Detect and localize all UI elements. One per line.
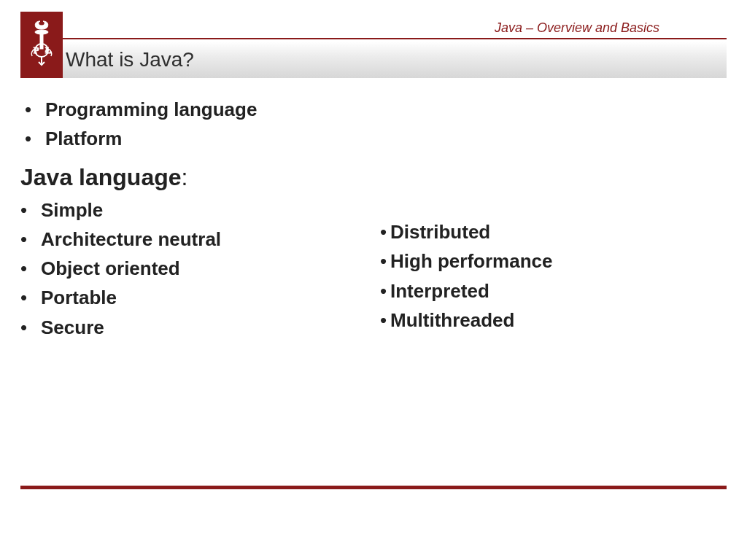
right-column: Distributed High performance Interpreted…	[380, 217, 686, 335]
title-bar: What is Java?	[20, 42, 727, 78]
list-item: Portable	[20, 283, 371, 312]
list-item: Programming language	[25, 95, 371, 124]
list-item: Simple	[20, 195, 371, 225]
slide: Java – Overview and Basics What is Java?…	[0, 0, 747, 560]
list-item: Architecture neutral	[20, 225, 371, 254]
features-left-list: Simple Architecture neutral Object orien…	[20, 195, 371, 342]
features-right-list: Distributed High performance Interpreted…	[380, 217, 686, 335]
list-item: Platform	[25, 124, 371, 153]
list-item: Secure	[20, 313, 371, 342]
footer-rule	[20, 486, 727, 489]
header-label: Java – Overview and Basics	[495, 20, 659, 36]
list-item: Interpreted	[380, 276, 686, 306]
list-item: Multithreaded	[380, 306, 686, 335]
header-rule	[20, 38, 727, 39]
svg-text:P: P	[34, 45, 39, 55]
list-item: Distributed	[380, 217, 686, 246]
list-item: Object oriented	[20, 254, 371, 283]
slide-title: What is Java?	[66, 48, 194, 71]
section-heading: Java language:	[20, 164, 371, 191]
intro-list: Programming language Platform	[25, 95, 371, 154]
logo-icon: P Ł	[20, 12, 63, 78]
list-item: High performance	[380, 246, 686, 276]
section-heading-text: Java language	[20, 164, 182, 190]
left-column: Programming language Platform Java langu…	[20, 95, 371, 342]
svg-rect-1	[40, 33, 43, 49]
